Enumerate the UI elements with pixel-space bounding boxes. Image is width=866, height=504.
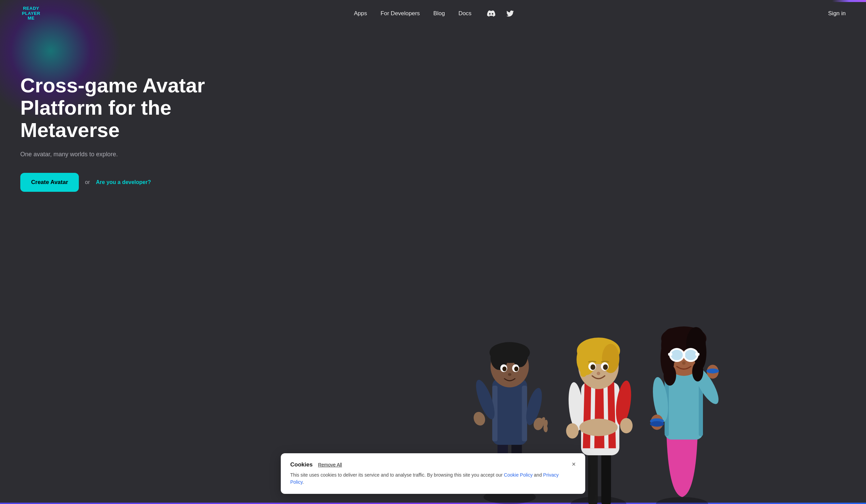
svg-point-38 (591, 364, 595, 370)
svg-point-50 (650, 421, 664, 427)
svg-rect-65 (668, 353, 672, 356)
nav-blog[interactable]: Blog (433, 10, 445, 17)
cookie-header: Cookies Remove All (290, 461, 565, 468)
svg-point-62 (671, 350, 682, 360)
hero-title: Cross-game Avatar Platform for the Metav… (20, 75, 223, 142)
svg-rect-5 (522, 385, 527, 441)
remove-all-button[interactable]: Remove All (318, 462, 342, 468)
hero-characters (303, 27, 866, 504)
cookie-banner: Cookies Remove All × This site uses cook… (281, 453, 585, 494)
svg-point-63 (685, 350, 697, 360)
svg-point-59 (692, 362, 703, 382)
svg-point-41 (656, 497, 708, 504)
nav-developers[interactable]: For Developers (380, 10, 420, 17)
nav-social-icons (485, 8, 516, 20)
nav-apps[interactable]: Apps (354, 10, 367, 17)
svg-point-16 (512, 345, 528, 367)
svg-rect-24 (601, 448, 611, 504)
logo[interactable]: READY PLAYER ME (20, 3, 42, 24)
nav-docs[interactable]: Docs (458, 10, 471, 17)
cookie-title: Cookies (290, 461, 313, 468)
logo-box: READY PLAYER ME (20, 3, 42, 24)
svg-point-19 (502, 366, 507, 371)
svg-point-58 (664, 365, 676, 385)
svg-point-20 (514, 366, 518, 371)
svg-point-40 (597, 372, 600, 375)
svg-point-27 (566, 423, 578, 438)
or-separator: or (85, 179, 90, 186)
svg-point-21 (508, 373, 511, 376)
nav-right: Sign in (828, 10, 846, 17)
discord-button[interactable] (485, 8, 497, 20)
discord-icon (487, 10, 495, 18)
sign-in-button[interactable]: Sign in (828, 10, 846, 17)
svg-rect-35 (580, 356, 587, 377)
cookie-body: This site uses cookies to deliver its se… (290, 471, 565, 486)
svg-point-22 (571, 496, 626, 504)
twitter-button[interactable] (504, 8, 516, 20)
svg-rect-66 (695, 353, 699, 356)
cookie-policy-link[interactable]: Cookie Policy (504, 472, 533, 478)
twitter-icon (507, 10, 514, 17)
page-background: READY PLAYER ME Apps For Developers Blog… (0, 0, 866, 504)
nav-links: Apps For Developers Blog Docs (354, 8, 516, 20)
cookie-close-button[interactable]: × (569, 459, 578, 469)
hero-section: Cross-game Avatar Platform for the Metav… (0, 27, 866, 504)
svg-point-29 (620, 418, 633, 433)
svg-point-67 (682, 361, 685, 365)
developer-link[interactable]: Are you a developer? (96, 179, 151, 186)
svg-point-39 (603, 364, 608, 370)
logo-text: READY PLAYER ME (22, 6, 41, 21)
navbar: READY PLAYER ME Apps For Developers Blog… (0, 0, 866, 27)
svg-point-51 (706, 369, 719, 373)
create-avatar-button[interactable]: Create Avatar (20, 173, 79, 192)
svg-rect-23 (588, 448, 598, 504)
hero-actions: Create Avatar or Are you a developer? (20, 173, 223, 192)
hero-subtitle: One avatar, many worlds to explore. (20, 151, 223, 158)
svg-point-30 (579, 419, 618, 436)
hero-content: Cross-game Avatar Platform for the Metav… (20, 54, 223, 192)
svg-rect-64 (683, 353, 685, 357)
